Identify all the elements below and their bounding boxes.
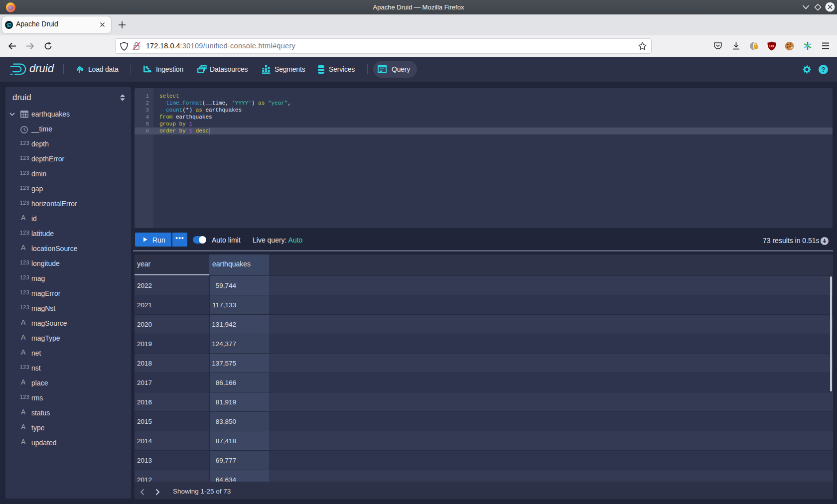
svg-text:?: ? <box>822 66 825 73</box>
svg-text:UO: UO <box>769 44 774 48</box>
